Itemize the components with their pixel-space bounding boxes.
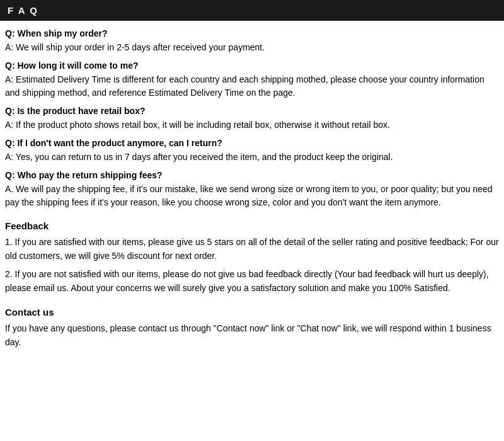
faq-item-5: Q: Who pay the return shipping fees? A. … (5, 170, 499, 209)
contact-section: Contact us If you have any questions, pl… (5, 307, 499, 350)
question-5: Q: Who pay the return shipping fees? (5, 170, 499, 180)
feedback-title: Feedback (5, 220, 499, 231)
question-4: Q: If I don't want the product anymore, … (5, 138, 499, 148)
contact-title: Contact us (5, 307, 499, 318)
contact-text: If you have any questions, please contac… (5, 321, 499, 350)
main-content: Q: When ship my order? A: We will ship y… (0, 28, 504, 349)
faq-item-4: Q: If I don't want the product anymore, … (5, 138, 499, 164)
answer-1: A: We will ship your order in 2-5 days a… (5, 41, 499, 54)
question-3: Q: Is the product have retail box? (5, 106, 499, 116)
question-1: Q: When ship my order? (5, 28, 499, 38)
feedback-point-2: 2. If you are not satisfied with our ite… (5, 267, 499, 295)
question-2: Q: How long it will come to me? (5, 60, 499, 71)
feedback-section: Feedback 1. If you are satisfied with ou… (5, 220, 499, 295)
answer-3: A: If the product photo shows retail box… (5, 118, 499, 132)
answer-5: A. We will pay the shipping fee, if it's… (5, 183, 499, 209)
faq-section: Q: When ship my order? A: We will ship y… (5, 28, 499, 209)
faq-item-2: Q: How long it will come to me? A: Estim… (5, 60, 499, 100)
faq-header-bar: F A Q (0, 0, 504, 21)
answer-4: A: Yes, you can return to us in 7 days a… (5, 151, 499, 164)
faq-item-3: Q: Is the product have retail box? A: If… (5, 106, 499, 132)
faq-title: F A Q (8, 5, 38, 16)
feedback-point-1: 1. If you are satisfied with our items, … (5, 235, 499, 263)
faq-item-1: Q: When ship my order? A: We will ship y… (5, 28, 499, 54)
answer-2: A: Estimated Delivery Time is different … (5, 73, 499, 100)
